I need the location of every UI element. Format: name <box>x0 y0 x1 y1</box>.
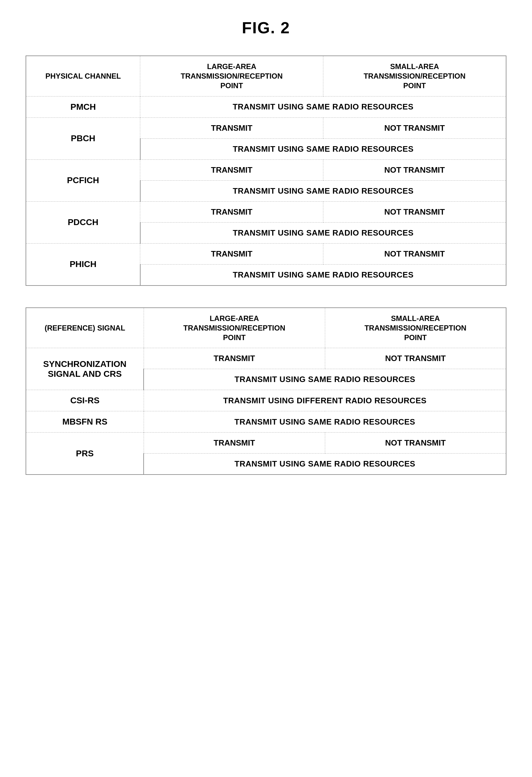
prs-small: NOT TRANSMIT <box>325 433 506 454</box>
table-header-row: PHYSICAL CHANNEL LARGE-AREATRANSMISSION/… <box>26 56 506 96</box>
phich-small: NOT TRANSMIT <box>323 243 506 264</box>
sync-span: TRANSMIT USING SAME RADIO RESOURCES <box>144 369 506 390</box>
pdcch-large: TRANSMIT <box>140 201 323 222</box>
col-header-large2: LARGE-AREATRANSMISSION/RECEPTIONPOINT <box>144 308 325 348</box>
pbch-label: PBCH <box>26 117 140 159</box>
phich-label: PHICH <box>26 243 140 286</box>
sync-label: SYNCHRONIZATIONSIGNAL AND CRS <box>26 348 144 390</box>
pdcch-span: TRANSMIT USING SAME RADIO RESOURCES <box>140 222 506 243</box>
col-header-small2: SMALL-AREATRANSMISSION/RECEPTIONPOINT <box>325 308 506 348</box>
page-title: FIG. 2 <box>242 18 290 37</box>
table-header-row: (REFERENCE) SIGNAL LARGE-AREATRANSMISSIO… <box>26 308 506 348</box>
col-header-channel: PHYSICAL CHANNEL <box>26 56 140 96</box>
phich-span: TRANSMIT USING SAME RADIO RESOURCES <box>140 264 506 286</box>
table-row: SYNCHRONIZATIONSIGNAL AND CRS TRANSMIT N… <box>26 348 506 369</box>
pbch-span: TRANSMIT USING SAME RADIO RESOURCES <box>140 138 506 159</box>
pmch-label: PMCH <box>26 96 140 117</box>
pbch-large: TRANSMIT <box>140 117 323 138</box>
sync-large: TRANSMIT <box>144 348 325 369</box>
csirs-span: TRANSMIT USING DIFFERENT RADIO RESOURCES <box>144 390 506 411</box>
phich-large: TRANSMIT <box>140 243 323 264</box>
prs-large: TRANSMIT <box>144 433 325 454</box>
table1: PHYSICAL CHANNEL LARGE-AREATRANSMISSION/… <box>26 56 506 286</box>
prs-span: TRANSMIT USING SAME RADIO RESOURCES <box>144 454 506 475</box>
pdcch-label: PDCCH <box>26 201 140 243</box>
mbsfn-label: MBSFN RS <box>26 411 144 433</box>
table-row: PRS TRANSMIT NOT TRANSMIT <box>26 433 506 454</box>
pbch-small: NOT TRANSMIT <box>323 117 506 138</box>
sync-small: NOT TRANSMIT <box>325 348 506 369</box>
mbsfn-span: TRANSMIT USING SAME RADIO RESOURCES <box>144 411 506 433</box>
table-row: PCFICH TRANSMIT NOT TRANSMIT <box>26 159 506 181</box>
pmch-span: TRANSMIT USING SAME RADIO RESOURCES <box>140 96 506 117</box>
col-header-small: SMALL-AREATRANSMISSION/RECEPTIONPOINT <box>323 56 506 96</box>
table-row: CSI-RS TRANSMIT USING DIFFERENT RADIO RE… <box>26 390 506 411</box>
table-row: PMCH TRANSMIT USING SAME RADIO RESOURCES <box>26 96 506 117</box>
table-row: PBCH TRANSMIT NOT TRANSMIT <box>26 117 506 138</box>
pcfich-label: PCFICH <box>26 159 140 201</box>
col-header-signal: (REFERENCE) SIGNAL <box>26 308 144 348</box>
table-row: MBSFN RS TRANSMIT USING SAME RADIO RESOU… <box>26 411 506 433</box>
pcfich-large: TRANSMIT <box>140 159 323 181</box>
pdcch-small: NOT TRANSMIT <box>323 201 506 222</box>
csirs-label: CSI-RS <box>26 390 144 411</box>
col-header-large: LARGE-AREATRANSMISSION/RECEPTIONPOINT <box>140 56 323 96</box>
pcfich-small: NOT TRANSMIT <box>323 159 506 181</box>
table2: (REFERENCE) SIGNAL LARGE-AREATRANSMISSIO… <box>26 307 506 475</box>
table-row: PDCCH TRANSMIT NOT TRANSMIT <box>26 201 506 222</box>
pcfich-span: TRANSMIT USING SAME RADIO RESOURCES <box>140 181 506 201</box>
table-row: PHICH TRANSMIT NOT TRANSMIT <box>26 243 506 264</box>
prs-label: PRS <box>26 433 144 475</box>
